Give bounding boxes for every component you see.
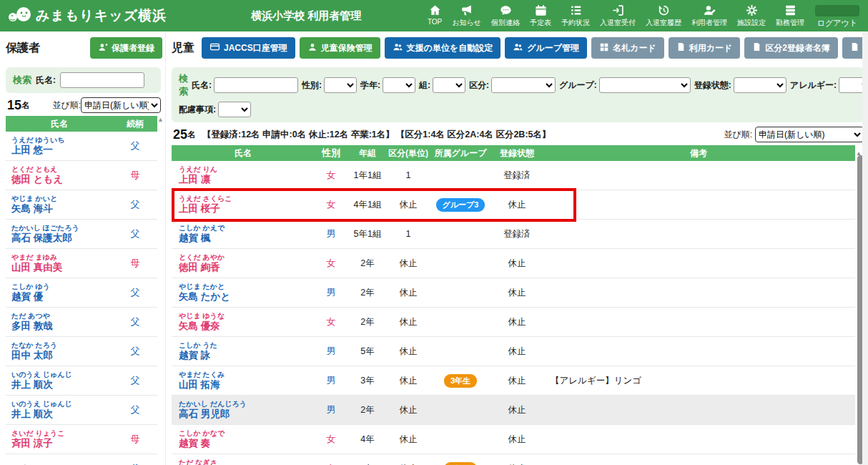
children-summary-row: 25 名 【登録済:12名 申請中:0名 休止:12名 卒業:1名】 【区分1:… xyxy=(173,127,864,142)
child-name-link[interactable]: うえだ さくらこ 上田 桜子 xyxy=(172,195,315,215)
children-filter-panel: 検索 氏名:性別:学年:組:区分:グループ:登録状態:アレルギー:障害: 配慮事… xyxy=(172,67,864,122)
children-sort-select[interactable]: 申請日(新しい順) xyxy=(755,127,864,142)
usage-card-button[interactable]: 利用カード xyxy=(669,37,741,59)
child-name-link[interactable]: ただ なぎさ 多田 渚 xyxy=(172,459,315,465)
child-name-link[interactable]: やじま ゆうな 矢島 優奈 xyxy=(172,312,315,332)
child-kubun: 休止 xyxy=(388,316,429,328)
guardian-relation: 母 xyxy=(113,257,157,270)
guardian-name-link[interactable]: たなか たろう 田中 太郎 xyxy=(6,341,113,361)
guardian-name-link[interactable]: いのうえ じゅんじ 井上 順次 xyxy=(6,400,113,420)
nav-top[interactable]: TOP xyxy=(423,1,447,27)
child-row: やじま たかと 矢島 たかと 男 2年 休止 休止 xyxy=(172,278,855,308)
name-tag-card-button[interactable]: 名札カード xyxy=(591,37,664,59)
child-name-link[interactable]: こしか かえで 越賀 楓 xyxy=(172,224,315,244)
guardian-furigana: たなか たろう xyxy=(11,341,113,350)
child-insurance-button[interactable]: 児童保険管理 xyxy=(300,37,380,59)
auto-support-unit-button[interactable]: 支援の単位を自動設定 xyxy=(385,37,501,59)
grid-icon xyxy=(599,42,609,54)
guardian-name-link[interactable]: うえだ ゆういち 上田 悠一 xyxy=(6,136,113,156)
guardian-name-link[interactable]: こしか ゆう 越賀 優 xyxy=(6,283,113,303)
child-name-link[interactable]: やじま たかと 矢島 たかと xyxy=(172,283,315,303)
guardian-name: 井上 順次 xyxy=(11,408,113,420)
card-icon xyxy=(209,41,220,54)
nav-schedule[interactable]: 予定表 xyxy=(525,1,556,29)
child-furigana: こしか かなで xyxy=(179,429,315,438)
filter-select[interactable] xyxy=(491,77,556,93)
filter-select[interactable] xyxy=(734,77,786,93)
jaccs-account-button[interactable]: JACCS口座管理 xyxy=(202,37,295,59)
group-badge: グループ3 xyxy=(436,198,485,212)
child-row: とくだ あやか 徳田 絢香 女 2年 休止 休止 xyxy=(172,249,855,278)
filter-label: 学年: xyxy=(360,79,380,92)
guardian-name-link[interactable]: やじま かいと 矢島 海斗 xyxy=(6,195,113,215)
nav-work[interactable]: 勤務管理 xyxy=(771,1,809,29)
nav-checkin[interactable]: 入退室受付 xyxy=(595,1,641,29)
guardian-row: うえだ ゆういち 上田 悠一 父 xyxy=(6,132,157,161)
group-management-button[interactable]: グループ管理 xyxy=(505,37,587,59)
register-guardian-button[interactable]: 保護者登録 xyxy=(90,37,162,59)
nav-messages[interactable]: 個別連絡 xyxy=(486,1,525,29)
child-name-link[interactable]: とくだ あやか 徳田 絢香 xyxy=(172,253,315,273)
child-kubun: 休止 xyxy=(388,375,429,387)
filter-label: 氏名: xyxy=(192,79,212,92)
child-status: 休止 xyxy=(492,375,542,387)
guardian-name-link[interactable]: とくだ ともえ 徳田 ともえ xyxy=(6,165,113,185)
child-name-link[interactable]: こしか うた 越賀 詠 xyxy=(172,341,315,361)
logout-button[interactable]: ログアウト xyxy=(809,1,862,30)
child-status: 休止 xyxy=(492,287,542,299)
kubun2-roster-button[interactable]: 区分2登録者名簿 xyxy=(744,37,838,59)
guardian-row: ただ あつや 多田 敦哉 父 xyxy=(6,308,157,337)
child-gender: 男 xyxy=(315,345,347,358)
guardian-name: 田中 太郎 xyxy=(11,350,113,361)
guardian-name-link[interactable]: いのうえ じゅんじ 井上 順次 xyxy=(6,371,113,391)
child-name-link[interactable]: やまだ たくみ 山田 拓海 xyxy=(172,371,315,391)
guardian-name-input[interactable] xyxy=(60,72,144,88)
filter-select[interactable] xyxy=(383,77,415,93)
guardian-furigana: やじま かいと xyxy=(11,195,113,203)
child-kubun: 休止 xyxy=(388,199,429,211)
child-name-link[interactable]: こしか かなで 越賀 奏 xyxy=(172,429,315,449)
child-gender: 男 xyxy=(315,403,347,416)
filter-label: 組: xyxy=(419,79,430,92)
guardians-sidebar: 保護者 保護者登録 検索 氏名: 15 名 並び順: 申請日(新しい順) 氏名 … xyxy=(0,31,166,465)
guardian-scroll-up-icon[interactable]: ▲ xyxy=(157,116,164,123)
child-name-link[interactable]: うえだ りん 上田 凛 xyxy=(172,165,315,185)
nav-settings[interactable]: 施設設定 xyxy=(732,1,771,29)
group-badge: 3年生 xyxy=(444,374,477,388)
guardian-name: 徳田 ともえ xyxy=(11,174,113,185)
filter-select[interactable] xyxy=(218,102,251,117)
guardian-relation: 父 xyxy=(113,286,157,299)
child-name-link[interactable]: たかいし だんじろう 高石 男児郎 xyxy=(172,400,315,420)
guardian-name: 高石 保護太郎 xyxy=(11,232,113,244)
status-summary: 【登録済:12名 申請中:0名 休止:12名 卒業:1名】 xyxy=(202,129,395,141)
filter-select[interactable] xyxy=(433,77,465,93)
guardian-sort-select[interactable]: 申請日(新しい順) xyxy=(81,97,161,113)
child-status: 休止 xyxy=(492,316,542,328)
filter-name-input[interactable] xyxy=(214,77,298,93)
nav-news[interactable]: お知らせ xyxy=(447,1,486,29)
guardian-search-label: 検索 xyxy=(13,74,31,87)
filter-select[interactable] xyxy=(324,77,357,93)
document-icon xyxy=(850,42,859,54)
child-status: 登録済 xyxy=(492,170,542,182)
nav-reservations[interactable]: 予約状況 xyxy=(556,1,595,29)
child-name: 越賀 楓 xyxy=(179,232,315,244)
filter-label: アレルギー: xyxy=(790,79,837,92)
nav-history[interactable]: 入退室履歴 xyxy=(641,1,686,29)
guardian-name-link[interactable]: さいだ りょうこ 斉田 涼子 xyxy=(6,429,113,449)
app-logo[interactable]: みまもりキッズ横浜 xyxy=(7,5,167,27)
guardian-name: 多田 敦哉 xyxy=(11,320,113,332)
guardian-name-link[interactable]: やまだ まゆみ 山田 真由美 xyxy=(6,253,113,273)
guardian-name-link[interactable]: ただ あつや 多田 敦哉 xyxy=(6,312,113,332)
child-kubun: 休止 xyxy=(388,346,429,358)
col-status: 登録状態 xyxy=(492,147,542,160)
child-row: やじま ゆうな 矢島 優奈 女 2年 休止 休止 xyxy=(172,308,855,337)
child-kubun: 休止 xyxy=(388,287,429,299)
page-scrollbar-track[interactable] xyxy=(862,31,868,465)
guardian-name-link[interactable]: たかいし ほごたろう 高石 保護太郎 xyxy=(6,224,113,244)
filter-group: グループ: xyxy=(559,77,691,93)
guardian-name: 越賀 優 xyxy=(11,291,113,303)
nav-users[interactable]: 利用者管理 xyxy=(686,1,732,29)
filter-select[interactable] xyxy=(599,77,691,93)
child-grade: 2年 xyxy=(347,316,388,328)
